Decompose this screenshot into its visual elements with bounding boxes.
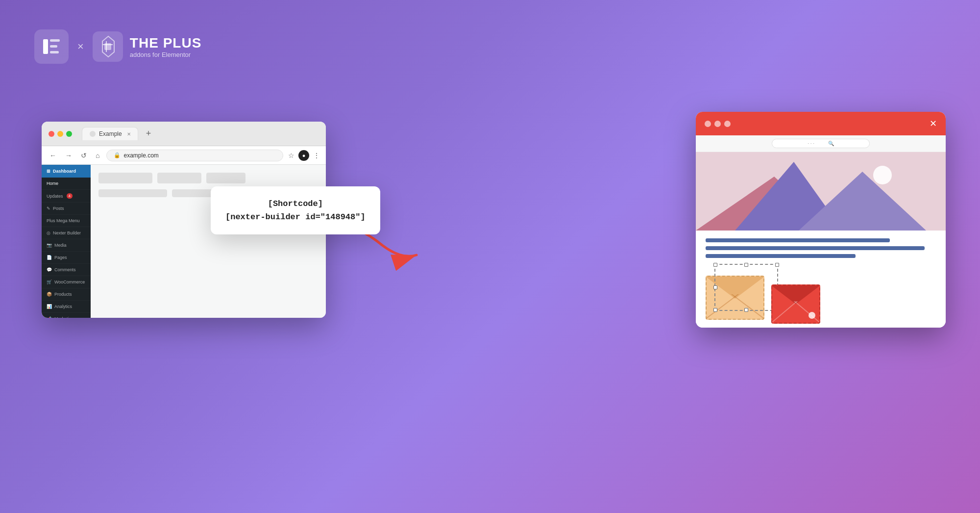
handle-tm[interactable] [744, 263, 748, 267]
content-block-3 [206, 173, 245, 183]
wp-admin-sidebar: ⊞ Dashboard Home Updates 4 ✎ Posts Plus … [42, 165, 91, 318]
content-row-1 [98, 173, 318, 183]
browser-traffic-lights [49, 131, 72, 137]
pages-label: Pages [54, 255, 67, 260]
mountain-3 [799, 172, 926, 231]
products-label: Products [54, 292, 72, 297]
comments-icon: 💬 [47, 267, 52, 272]
media-icon: 📷 [47, 243, 52, 248]
refresh-button[interactable]: ↺ [79, 151, 89, 160]
text-line-2 [706, 246, 925, 250]
home-button[interactable]: ⌂ [94, 151, 101, 160]
content-block-2 [157, 173, 201, 183]
browser-tab[interactable]: Example ✕ [82, 127, 138, 140]
lock-icon: 🔒 [114, 152, 121, 158]
minimize-dot[interactable] [57, 131, 63, 137]
right-address-dots: · · · [808, 141, 814, 146]
nexter-builder-label: Nexter Builder [53, 231, 81, 235]
wp-menu-products[interactable]: 📦 Products [42, 288, 91, 301]
updates-badge: 4 [67, 193, 73, 199]
back-button[interactable]: ← [48, 151, 58, 160]
mega-menu-label: Plus Mega Menu [47, 218, 80, 223]
comments-label: Comments [54, 267, 76, 272]
home-menu-label: Home [47, 181, 58, 186]
analytics-label: Analytics [54, 304, 72, 309]
tab-label: Example [99, 130, 122, 137]
svg-rect-4 [50, 51, 59, 53]
menu-icon[interactable]: ⋮ [313, 152, 320, 159]
forward-button[interactable]: → [63, 151, 74, 160]
new-tab-button[interactable]: + [142, 128, 155, 139]
wp-menu-marketing[interactable]: 📣 Marketing [42, 313, 91, 318]
profile-icon[interactable]: ● [298, 150, 309, 161]
marketing-icon: 📣 [47, 316, 52, 318]
wp-menu-comments[interactable]: 💬 Comments [42, 264, 91, 276]
selection-box [714, 264, 778, 311]
right-addressbar: · · · 🔍 [696, 135, 946, 152]
svg-rect-1 [43, 39, 48, 54]
content-block-1 [98, 173, 152, 183]
hero-image-area [696, 152, 946, 231]
woocommerce-icon: 🛒 [47, 280, 52, 284]
woocommerce-label: WooCommerce [54, 280, 85, 284]
address-text: example.com [123, 152, 158, 159]
marketing-label: Marketing [54, 316, 74, 318]
svg-rect-8 [103, 44, 113, 45]
handle-tl[interactable] [713, 263, 717, 267]
wp-menu-nexter-builder[interactable]: ◎ Nexter Builder [42, 227, 91, 239]
products-icon: 📦 [47, 292, 52, 297]
browser-addressbar: ← → ↺ ⌂ 🔒 example.com ☆ ● ⋮ [42, 146, 326, 165]
handle-tr[interactable] [775, 263, 779, 267]
wp-menu-home[interactable]: Home [42, 178, 91, 190]
close-dot[interactable] [49, 131, 54, 137]
theplus-subtitle: addons for Elementor [130, 51, 201, 58]
hero-sun [873, 166, 892, 184]
svg-point-9 [90, 131, 96, 137]
header-logo: × THE PLUS addons for Elementor [34, 29, 201, 64]
right-dot-1 [705, 121, 711, 127]
media-label: Media [54, 243, 67, 248]
wp-menu-mega-menu[interactable]: Plus Mega Menu [42, 215, 91, 227]
browser-dots-right [705, 121, 731, 127]
right-browser-content [696, 152, 946, 328]
wp-menu-analytics[interactable]: 📊 Analytics [42, 301, 91, 313]
svg-rect-3 [50, 45, 57, 48]
logo-separator: × [77, 40, 84, 53]
text-line-1 [706, 238, 890, 242]
pages-icon: 📄 [47, 255, 52, 260]
handle-bl[interactable] [713, 308, 717, 312]
bookmark-icon[interactable]: ☆ [288, 152, 294, 159]
address-bar-input[interactable]: 🔒 example.com [106, 150, 283, 161]
wp-menu-media[interactable]: 📷 Media [42, 239, 91, 252]
elementor-logo-icon [34, 29, 69, 64]
right-address-input[interactable]: · · · 🔍 [772, 139, 870, 148]
dashboard-icon: ⊞ [47, 169, 50, 174]
wp-dashboard-item[interactable]: ⊞ Dashboard [42, 165, 91, 178]
tab-close-icon[interactable]: ✕ [127, 131, 131, 137]
theplus-text: THE PLUS addons for Elementor [130, 35, 201, 58]
wp-menu-updates[interactable]: Updates 4 [42, 190, 91, 203]
right-dot-3 [724, 121, 731, 127]
nexter-builder-icon: ◎ [47, 231, 50, 235]
theplus-icon [93, 31, 123, 62]
posts-icon: ✎ [47, 206, 50, 211]
right-close-button[interactable]: ✕ [930, 118, 937, 129]
tab-favicon-icon [89, 130, 96, 137]
svg-rect-2 [50, 39, 60, 42]
browser-window-right: ✕ · · · 🔍 [696, 112, 946, 328]
wp-menu-woocommerce[interactable]: 🛒 WooCommerce [42, 276, 91, 288]
browser-toolbar-left: Example ✕ + [42, 122, 326, 146]
envelope-circle [808, 312, 815, 319]
maximize-dot[interactable] [66, 131, 72, 137]
handle-ml[interactable] [713, 285, 717, 289]
handle-bm[interactable] [744, 308, 748, 312]
email-envelope-red [771, 284, 820, 324]
browser-toolbar-right: ✕ [696, 112, 946, 135]
wp-menu-pages[interactable]: 📄 Pages [42, 252, 91, 264]
text-line-3 [706, 254, 856, 258]
wp-menu-posts[interactable]: ✎ Posts [42, 203, 91, 215]
browser-action-buttons: ☆ ● ⋮ [288, 150, 320, 161]
theplus-title: THE PLUS [130, 35, 201, 51]
email-section [696, 270, 946, 328]
dashboard-label: Dashboard [53, 169, 76, 174]
